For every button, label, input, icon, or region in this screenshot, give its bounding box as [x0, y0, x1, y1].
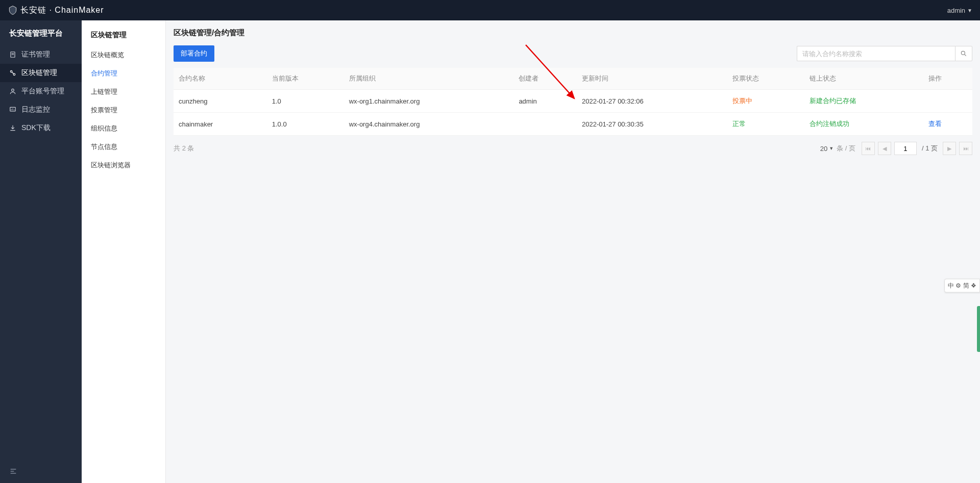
chevron-down-icon: ▼ [967, 8, 972, 13]
col-chain-status: 链上状态 [804, 68, 923, 90]
col-updated: 更新时间 [577, 68, 727, 90]
pagination: 20 ▼ 条 / 页 ⏮ ◀ / 1 页 ▶ ⏭ [820, 142, 972, 155]
sec-vote-mgmt[interactable]: 投票管理 [82, 101, 165, 119]
chevron-down-icon: ▼ [829, 146, 834, 151]
chain-icon [9, 69, 17, 77]
nav-account-management[interactable]: 平台账号管理 [0, 82, 82, 100]
cell-name: chainmaker [174, 113, 267, 136]
secondary-title: 区块链管理 [82, 24, 165, 46]
cell-chain-status: 合约注销成功 [804, 113, 923, 136]
ime-widget[interactable]: 中 ⚙ 简 ❖ [944, 279, 980, 293]
deploy-contract-button[interactable]: 部署合约 [174, 45, 214, 62]
page-current-input[interactable] [894, 142, 917, 155]
brand-logo: 长安链 · ChainMaker [8, 5, 104, 16]
download-icon [9, 124, 17, 132]
cell-updated: 2022-01-27 00:32:06 [577, 90, 727, 113]
sec-node-info[interactable]: 节点信息 [82, 138, 165, 156]
svg-line-15 [965, 55, 966, 56]
doc-icon [9, 51, 17, 58]
page-first-button[interactable]: ⏮ [862, 142, 875, 155]
sidebar-title: 长安链管理平台 [0, 20, 82, 45]
col-creator: 创建者 [513, 68, 577, 90]
cell-updated: 2022-01-27 00:30:35 [577, 113, 727, 136]
col-org: 所属组织 [344, 68, 514, 90]
total-suffix: 条 [187, 144, 194, 152]
svg-line-5 [12, 72, 14, 74]
nav-label: 平台账号管理 [21, 87, 64, 96]
cell-version: 1.0 [267, 90, 344, 113]
page-next-button[interactable]: ▶ [943, 142, 956, 155]
cell-org: wx-org4.chainmaker.org [344, 113, 514, 136]
sidebar-primary: 长安链管理平台 证书管理 区块链管理 平台账号管理 日志监控 SDK下载 [0, 20, 82, 483]
search-button[interactable] [955, 46, 972, 61]
total-num: 2 [182, 144, 186, 152]
cell-chain-status: 新建合约已存储 [804, 90, 923, 113]
nav-label: 区块链管理 [21, 68, 57, 78]
nav-cert-management[interactable]: 证书管理 [0, 45, 82, 64]
shield-icon [8, 5, 18, 15]
page-size-label: 条 / 页 [837, 144, 855, 153]
svg-point-6 [12, 89, 14, 91]
cell-creator [513, 113, 577, 136]
page-size-select[interactable]: 20 ▼ [820, 145, 834, 152]
svg-point-14 [961, 51, 965, 55]
page-size-value: 20 [820, 145, 827, 152]
nav-label: 证书管理 [21, 50, 50, 59]
page-prev-button[interactable]: ◀ [878, 142, 891, 155]
sidebar-collapse-button[interactable] [0, 461, 82, 483]
search-input[interactable] [797, 46, 955, 61]
cell-creator: admin [513, 90, 577, 113]
cell-vote-status: 投票中 [727, 90, 804, 113]
cell-org: wx-org1.chainmaker.org [344, 90, 514, 113]
monitor-icon [9, 106, 17, 113]
user-icon [9, 88, 17, 95]
col-action: 操作 [923, 68, 972, 90]
table-footer: 共 2 条 20 ▼ 条 / 页 ⏮ ◀ / 1 页 ▶ ⏭ [174, 142, 972, 155]
col-name: 合约名称 [174, 68, 267, 90]
nav-blockchain-management[interactable]: 区块链管理 [0, 64, 82, 82]
page-total-label: / 1 页 [920, 144, 940, 153]
breadcrumb: 区块链管理/合约管理 [174, 28, 972, 38]
view-link[interactable]: 查看 [928, 120, 942, 128]
sec-contract-mgmt[interactable]: 合约管理 [82, 64, 165, 83]
sec-explorer[interactable]: 区块链浏览器 [82, 156, 165, 174]
cell-version: 1.0.0 [267, 113, 344, 136]
nav-log-monitor[interactable]: 日志监控 [0, 100, 82, 119]
table-row: cunzheng1.0wx-org1.chainmaker.orgadmin20… [174, 90, 972, 113]
nav-sdk-download[interactable]: SDK下载 [0, 119, 82, 137]
user-name: admin [947, 7, 965, 14]
cell-name: cunzheng [174, 90, 267, 113]
cell-action [923, 90, 972, 113]
right-handle[interactable] [977, 306, 980, 352]
top-header: 长安链 · ChainMaker admin ▼ [0, 0, 980, 20]
collapse-icon [9, 467, 17, 475]
user-menu[interactable]: admin ▼ [947, 7, 972, 14]
sec-overview[interactable]: 区块链概览 [82, 46, 165, 64]
cell-vote-status: 正常 [727, 113, 804, 136]
table-header-row: 合约名称 当前版本 所属组织 创建者 更新时间 投票状态 链上状态 操作 [174, 68, 972, 90]
total-prefix: 共 [174, 144, 180, 152]
col-vote-status: 投票状态 [727, 68, 804, 90]
nav-label: SDK下载 [21, 123, 51, 133]
col-version: 当前版本 [267, 68, 344, 90]
page-last-button[interactable]: ⏭ [959, 142, 972, 155]
total-count: 共 2 条 [174, 144, 194, 153]
main-content: 区块链管理/合约管理 部署合约 合约名称 当前版本 所属组织 创建者 更新时间 … [166, 20, 980, 483]
toolbar: 部署合约 [174, 45, 972, 62]
table-row: chainmaker1.0.0wx-org4.chainmaker.org202… [174, 113, 972, 136]
brand-text: 长安链 · ChainMaker [20, 5, 104, 16]
sec-onchain-mgmt[interactable]: 上链管理 [82, 83, 165, 101]
contracts-table: 合约名称 当前版本 所属组织 创建者 更新时间 投票状态 链上状态 操作 cun… [174, 68, 972, 136]
cell-action[interactable]: 查看 [923, 113, 972, 136]
nav-label: 日志监控 [21, 105, 50, 114]
sidebar-secondary: 区块链管理 区块链概览 合约管理 上链管理 投票管理 组织信息 节点信息 区块链… [82, 20, 166, 483]
search-icon [960, 50, 967, 57]
sec-org-info[interactable]: 组织信息 [82, 119, 165, 138]
search-wrap [797, 46, 972, 61]
